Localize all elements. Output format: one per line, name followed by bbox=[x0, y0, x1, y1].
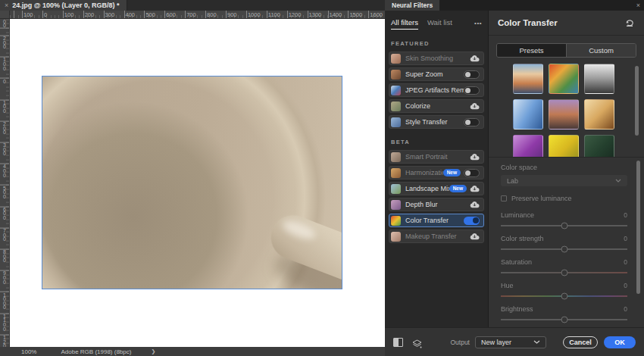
filter-row-super-zoom[interactable]: Super Zoom bbox=[389, 67, 484, 81]
left-ruler-label: 300 bbox=[0, 143, 9, 156]
filter-row-makeup-transfer[interactable]: Makeup Transfer bbox=[389, 230, 484, 243]
filter-controls bbox=[464, 217, 480, 225]
filter-row-depth-blur[interactable]: Depth Blur bbox=[389, 198, 484, 211]
slider-track[interactable] bbox=[501, 248, 627, 250]
slider-thumb[interactable] bbox=[561, 223, 567, 230]
document-canvas[interactable] bbox=[10, 19, 385, 347]
reset-icon[interactable] bbox=[624, 18, 635, 27]
filter-label: Harmonization bbox=[405, 169, 443, 176]
slider-color-strength: Color strength0 bbox=[501, 235, 627, 250]
preset-thumb-sunset-lake[interactable] bbox=[513, 64, 543, 94]
close-tab-icon[interactable]: × bbox=[5, 2, 8, 9]
status-chevron-icon[interactable]: ❯ bbox=[151, 348, 155, 354]
filter-label: Landscape Mixer bbox=[405, 185, 449, 192]
slider-hue: Hue0 bbox=[501, 282, 627, 297]
filter-label: Makeup Transfer bbox=[405, 233, 457, 240]
ruler-corner bbox=[0, 11, 10, 19]
top-ruler-label: 500 bbox=[145, 11, 155, 18]
slider-saturation: Saturation0 bbox=[501, 258, 627, 273]
filter-controls bbox=[470, 102, 480, 110]
filter-row-harmonization[interactable]: HarmonizationNew bbox=[389, 166, 484, 180]
filter-row-landscape-mixer[interactable]: Landscape MixerNew bbox=[389, 182, 484, 195]
filter-row-style-transfer[interactable]: Style Transfer bbox=[389, 115, 484, 129]
slider-track[interactable] bbox=[501, 319, 627, 320]
preset-thumb-colorful-abstract[interactable] bbox=[549, 64, 579, 94]
left-ruler-label: 200 bbox=[0, 122, 9, 135]
preserve-luminance-row[interactable]: Preserve luminance bbox=[501, 195, 627, 202]
slider-track[interactable] bbox=[501, 225, 627, 226]
left-ruler-label: 400 bbox=[0, 164, 9, 177]
slider-thumb[interactable] bbox=[561, 317, 567, 323]
slider-value: 0 bbox=[624, 282, 627, 289]
filter-label: Style Transfer bbox=[405, 118, 448, 126]
preset-thumb-bw-architecture[interactable] bbox=[584, 64, 614, 94]
preset-scrollbar[interactable] bbox=[635, 66, 639, 136]
filter-label: Colorize bbox=[405, 102, 430, 110]
panel-menu-icon[interactable]: ••• bbox=[474, 20, 482, 27]
tab-wait-list[interactable]: Wait list bbox=[427, 18, 452, 29]
top-ruler-label: 1400 bbox=[330, 11, 342, 18]
top-ruler-label: 900 bbox=[227, 11, 237, 18]
preset-thumb-desert-road[interactable] bbox=[549, 99, 579, 130]
slider-track[interactable] bbox=[501, 272, 627, 273]
top-ruler-label: 1500 bbox=[349, 11, 362, 18]
preset-thumb-blue-feathers[interactable] bbox=[513, 99, 543, 130]
tab-presets[interactable]: Presets bbox=[497, 44, 566, 57]
filter-controls bbox=[464, 70, 480, 79]
preset-custom-tabs: Presets Custom bbox=[496, 43, 636, 58]
left-ruler-label: 800 bbox=[0, 250, 9, 263]
layers-output-icon[interactable] bbox=[412, 338, 422, 347]
left-ruler-label: 300 bbox=[0, 19, 9, 28]
preset-thumb-golden-scene[interactable] bbox=[584, 99, 614, 130]
slider-label: Color strength bbox=[501, 235, 544, 242]
dialog-close-icon[interactable]: × bbox=[636, 0, 640, 11]
settings-scrollbar[interactable] bbox=[636, 161, 640, 294]
document-tab[interactable]: × 24.jpg @ 100% (Layer 0, RGB/8) * bbox=[0, 0, 127, 11]
slider-thumb[interactable] bbox=[561, 246, 567, 253]
slider-thumb[interactable] bbox=[561, 293, 567, 300]
preset-thumb-dark-leaves[interactable] bbox=[584, 135, 614, 157]
slider-track[interactable] bbox=[501, 295, 627, 297]
filter-row-jpeg-artifacts-removal[interactable]: JPEG Artifacts Removal bbox=[389, 83, 484, 97]
zoom-level[interactable]: 100% bbox=[21, 348, 36, 355]
ok-button[interactable]: OK bbox=[604, 336, 636, 348]
slider-label: Luminance bbox=[501, 211, 534, 219]
filter-toggle[interactable] bbox=[464, 118, 480, 126]
tab-all-filters[interactable]: All filters bbox=[391, 18, 418, 30]
top-ruler-label: 100 bbox=[64, 11, 74, 18]
photo-layer-mug[interactable] bbox=[42, 76, 342, 289]
section-heading-featured: FEATURED bbox=[391, 40, 482, 47]
toggle-knob bbox=[465, 72, 470, 77]
dialog-footer: Output New layer Cancel OK bbox=[385, 327, 644, 356]
filter-row-colorize[interactable]: Colorize bbox=[389, 99, 484, 113]
left-ruler-label: 0 bbox=[0, 80, 9, 84]
tab-custom[interactable]: Custom bbox=[566, 44, 636, 57]
preview-split-icon[interactable] bbox=[393, 338, 403, 347]
filter-controls bbox=[470, 201, 480, 208]
output-dropdown[interactable]: New layer bbox=[475, 336, 546, 348]
filter-toggle[interactable] bbox=[464, 70, 480, 79]
document-title: 24.jpg @ 100% (Layer 0, RGB/8) * bbox=[12, 2, 119, 9]
filter-toggle[interactable] bbox=[464, 86, 480, 95]
left-ruler-label: 500 bbox=[0, 186, 9, 199]
left-ruler-label: 1200 bbox=[0, 336, 9, 347]
cancel-button[interactable]: Cancel bbox=[563, 336, 598, 348]
filter-row-skin-smoothing[interactable]: Skin Smoothing bbox=[389, 52, 484, 65]
filter-row-color-transfer[interactable]: Color Transfer bbox=[389, 214, 484, 227]
slider-labels: Saturation0 bbox=[501, 258, 627, 266]
preserve-luminance-checkbox[interactable] bbox=[501, 195, 507, 201]
left-ruler-label: 200 bbox=[0, 36, 9, 49]
preset-thumb-purple-flowers[interactable] bbox=[513, 135, 543, 157]
preset-thumb-yellow-flower[interactable] bbox=[549, 135, 579, 157]
filter-row-smart-portrait[interactable]: Smart Portrait bbox=[389, 150, 484, 164]
slider-thumb[interactable] bbox=[561, 270, 567, 276]
color-space-label: Color space bbox=[501, 164, 627, 171]
toggle-knob bbox=[465, 88, 470, 93]
slider-value: 0 bbox=[624, 235, 627, 242]
filter-toggle[interactable] bbox=[464, 169, 480, 177]
filter-toggle[interactable] bbox=[464, 217, 480, 225]
color-space-dropdown[interactable]: Lab bbox=[501, 175, 627, 186]
left-ruler-label: 600 bbox=[0, 208, 9, 220]
cloud-download-icon bbox=[470, 153, 480, 161]
filter-label: Color Transfer bbox=[405, 217, 449, 224]
